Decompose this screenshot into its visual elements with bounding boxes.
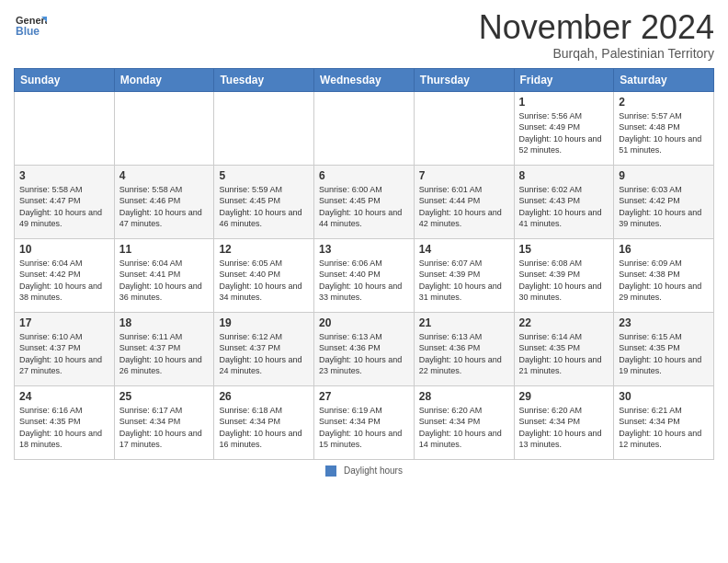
calendar-day-cell: 16Sunrise: 6:09 AM Sunset: 4:38 PM Dayli… xyxy=(614,238,714,312)
day-number: 17 xyxy=(19,316,109,329)
day-number: 11 xyxy=(119,243,210,256)
calendar-day-cell: 27Sunrise: 6:19 AM Sunset: 4:34 PM Dayli… xyxy=(314,385,415,459)
day-info: Sunrise: 5:59 AM Sunset: 4:45 PM Dayligh… xyxy=(219,184,309,230)
calendar-week-row: 10Sunrise: 6:04 AM Sunset: 4:42 PM Dayli… xyxy=(15,238,714,312)
calendar-day-cell: 21Sunrise: 6:13 AM Sunset: 4:36 PM Dayli… xyxy=(414,312,514,385)
day-number: 30 xyxy=(619,390,709,403)
calendar-day-cell: 15Sunrise: 6:08 AM Sunset: 4:39 PM Dayli… xyxy=(514,238,614,312)
calendar-day-cell: 3Sunrise: 5:58 AM Sunset: 4:47 PM Daylig… xyxy=(15,165,115,238)
day-number: 28 xyxy=(419,390,509,403)
calendar-day-cell: 14Sunrise: 6:07 AM Sunset: 4:39 PM Dayli… xyxy=(414,238,514,312)
month-title: November 2024 xyxy=(479,9,714,46)
weekday-header-cell: Friday xyxy=(514,68,614,91)
day-info: Sunrise: 5:58 AM Sunset: 4:46 PM Dayligh… xyxy=(119,184,210,230)
calendar-week-row: 3Sunrise: 5:58 AM Sunset: 4:47 PM Daylig… xyxy=(15,165,714,238)
calendar-day-cell: 18Sunrise: 6:11 AM Sunset: 4:37 PM Dayli… xyxy=(114,312,214,385)
day-info: Sunrise: 6:17 AM Sunset: 4:34 PM Dayligh… xyxy=(119,405,210,451)
day-number: 4 xyxy=(119,169,210,182)
calendar-day-cell: 20Sunrise: 6:13 AM Sunset: 4:36 PM Dayli… xyxy=(314,312,415,385)
calendar-day-cell: 4Sunrise: 5:58 AM Sunset: 4:46 PM Daylig… xyxy=(114,165,214,238)
calendar-day-cell: 13Sunrise: 6:06 AM Sunset: 4:40 PM Dayli… xyxy=(314,238,415,312)
day-number: 3 xyxy=(19,169,109,182)
calendar-week-row: 17Sunrise: 6:10 AM Sunset: 4:37 PM Dayli… xyxy=(15,312,714,385)
calendar-day-cell: 28Sunrise: 6:20 AM Sunset: 4:34 PM Dayli… xyxy=(414,385,514,459)
day-info: Sunrise: 6:21 AM Sunset: 4:34 PM Dayligh… xyxy=(619,405,709,451)
day-number: 25 xyxy=(119,390,210,403)
day-info: Sunrise: 6:04 AM Sunset: 4:42 PM Dayligh… xyxy=(19,258,109,304)
day-info: Sunrise: 6:10 AM Sunset: 4:37 PM Dayligh… xyxy=(19,331,109,377)
calendar-day-cell: 23Sunrise: 6:15 AM Sunset: 4:35 PM Dayli… xyxy=(614,312,714,385)
calendar-day-cell: 10Sunrise: 6:04 AM Sunset: 4:42 PM Dayli… xyxy=(15,238,115,312)
calendar-day-cell: 8Sunrise: 6:02 AM Sunset: 4:43 PM Daylig… xyxy=(514,165,614,238)
calendar-day-cell: 30Sunrise: 6:21 AM Sunset: 4:34 PM Dayli… xyxy=(614,385,714,459)
day-info: Sunrise: 6:18 AM Sunset: 4:34 PM Dayligh… xyxy=(219,405,309,451)
day-number: 12 xyxy=(219,243,309,256)
day-info: Sunrise: 6:20 AM Sunset: 4:34 PM Dayligh… xyxy=(419,405,509,451)
day-info: Sunrise: 6:00 AM Sunset: 4:45 PM Dayligh… xyxy=(319,184,409,230)
location-subtitle: Burqah, Palestinian Territory xyxy=(479,46,714,61)
title-block: November 2024 Burqah, Palestinian Territ… xyxy=(479,9,714,61)
calendar-day-cell: 1Sunrise: 5:56 AM Sunset: 4:49 PM Daylig… xyxy=(514,91,614,165)
day-info: Sunrise: 6:13 AM Sunset: 4:36 PM Dayligh… xyxy=(419,331,509,377)
day-number: 22 xyxy=(519,316,609,329)
day-number: 19 xyxy=(219,316,309,329)
day-info: Sunrise: 6:02 AM Sunset: 4:43 PM Dayligh… xyxy=(519,184,609,230)
day-info: Sunrise: 6:11 AM Sunset: 4:37 PM Dayligh… xyxy=(119,331,210,377)
day-number: 16 xyxy=(619,243,709,256)
calendar-day-cell: 26Sunrise: 6:18 AM Sunset: 4:34 PM Dayli… xyxy=(214,385,314,459)
day-number: 8 xyxy=(519,169,609,182)
header: General Blue November 2024 Burqah, Pales… xyxy=(14,9,714,61)
day-number: 2 xyxy=(619,96,709,109)
calendar-day-cell xyxy=(114,91,214,165)
weekday-header-cell: Saturday xyxy=(614,68,714,91)
day-info: Sunrise: 6:04 AM Sunset: 4:41 PM Dayligh… xyxy=(119,258,210,304)
legend-label: Daylight hours xyxy=(344,465,403,476)
calendar-header: SundayMondayTuesdayWednesdayThursdayFrid… xyxy=(15,68,714,91)
day-info: Sunrise: 6:13 AM Sunset: 4:36 PM Dayligh… xyxy=(319,331,409,377)
day-number: 13 xyxy=(319,243,409,256)
logo: General Blue xyxy=(14,9,47,42)
day-number: 14 xyxy=(419,243,509,256)
day-number: 18 xyxy=(119,316,210,329)
legend-color-box xyxy=(325,465,336,477)
calendar-week-row: 1Sunrise: 5:56 AM Sunset: 4:49 PM Daylig… xyxy=(15,91,714,165)
day-info: Sunrise: 6:03 AM Sunset: 4:42 PM Dayligh… xyxy=(619,184,709,230)
calendar-day-cell xyxy=(214,91,314,165)
footer: Daylight hours xyxy=(14,465,714,477)
day-info: Sunrise: 6:07 AM Sunset: 4:39 PM Dayligh… xyxy=(419,258,509,304)
day-info: Sunrise: 5:58 AM Sunset: 4:47 PM Dayligh… xyxy=(19,184,109,230)
day-info: Sunrise: 6:15 AM Sunset: 4:35 PM Dayligh… xyxy=(619,331,709,377)
calendar-day-cell: 29Sunrise: 6:20 AM Sunset: 4:34 PM Dayli… xyxy=(514,385,614,459)
day-number: 27 xyxy=(319,390,409,403)
day-number: 1 xyxy=(519,96,609,109)
calendar-day-cell: 11Sunrise: 6:04 AM Sunset: 4:41 PM Dayli… xyxy=(114,238,214,312)
day-info: Sunrise: 6:16 AM Sunset: 4:35 PM Dayligh… xyxy=(19,405,109,451)
calendar-day-cell: 24Sunrise: 6:16 AM Sunset: 4:35 PM Dayli… xyxy=(15,385,115,459)
day-info: Sunrise: 6:12 AM Sunset: 4:37 PM Dayligh… xyxy=(219,331,309,377)
day-info: Sunrise: 6:06 AM Sunset: 4:40 PM Dayligh… xyxy=(319,258,409,304)
calendar-body: 1Sunrise: 5:56 AM Sunset: 4:49 PM Daylig… xyxy=(15,91,714,459)
calendar-day-cell xyxy=(15,91,115,165)
weekday-header-cell: Wednesday xyxy=(314,68,415,91)
calendar-day-cell: 2Sunrise: 5:57 AM Sunset: 4:48 PM Daylig… xyxy=(614,91,714,165)
calendar-day-cell: 25Sunrise: 6:17 AM Sunset: 4:34 PM Dayli… xyxy=(114,385,214,459)
day-info: Sunrise: 5:56 AM Sunset: 4:49 PM Dayligh… xyxy=(519,110,609,156)
calendar-day-cell: 17Sunrise: 6:10 AM Sunset: 4:37 PM Dayli… xyxy=(15,312,115,385)
logo-svg: General Blue xyxy=(14,9,47,42)
day-info: Sunrise: 6:01 AM Sunset: 4:44 PM Dayligh… xyxy=(419,184,509,230)
calendar-day-cell xyxy=(314,91,415,165)
day-number: 9 xyxy=(619,169,709,182)
weekday-header-cell: Thursday xyxy=(414,68,514,91)
day-number: 20 xyxy=(319,316,409,329)
day-info: Sunrise: 6:05 AM Sunset: 4:40 PM Dayligh… xyxy=(219,258,309,304)
calendar-table: SundayMondayTuesdayWednesdayThursdayFrid… xyxy=(14,68,714,460)
day-number: 21 xyxy=(419,316,509,329)
weekday-header-cell: Sunday xyxy=(15,68,115,91)
day-info: Sunrise: 6:14 AM Sunset: 4:35 PM Dayligh… xyxy=(519,331,609,377)
day-number: 6 xyxy=(319,169,409,182)
weekday-header-cell: Monday xyxy=(114,68,214,91)
day-number: 23 xyxy=(619,316,709,329)
weekday-header-cell: Tuesday xyxy=(214,68,314,91)
calendar-day-cell: 22Sunrise: 6:14 AM Sunset: 4:35 PM Dayli… xyxy=(514,312,614,385)
svg-text:Blue: Blue xyxy=(16,25,40,38)
